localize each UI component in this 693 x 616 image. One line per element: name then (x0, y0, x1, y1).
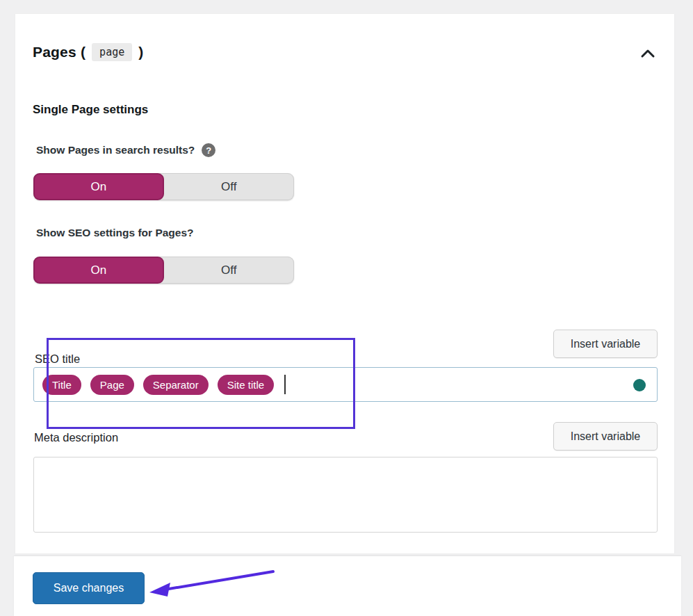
help-icon[interactable]: ? (202, 143, 215, 157)
variable-pill-site-title[interactable]: Site title (218, 375, 274, 395)
seo-settings-label-row: Show SEO settings for Pages? (36, 227, 194, 239)
panel-title: Pages ( (33, 44, 85, 60)
seo-title-input[interactable]: Title Page Separator Site title (33, 367, 658, 402)
pages-settings-panel: Pages ( page ) Single Page settings Show… (15, 14, 674, 553)
toggle-off-segment[interactable]: Off (164, 257, 295, 284)
toggle-on-segment[interactable]: On (33, 257, 164, 284)
search-results-label: Show Pages in search results? (36, 144, 195, 156)
footer-bar: Save changes (14, 556, 681, 616)
seo-settings-toggle[interactable]: On Off (33, 257, 294, 284)
section-heading: Single Page settings (33, 103, 148, 117)
toggle-off-segment[interactable]: Off (164, 173, 295, 200)
panel-header: Pages ( page ) (33, 43, 143, 61)
search-results-toggle[interactable]: On Off (33, 173, 294, 200)
collapse-panel-button[interactable] (637, 44, 659, 64)
variable-pill-title[interactable]: Title (42, 375, 81, 395)
panel-title-close-paren: ) (138, 44, 143, 60)
post-type-slug-badge: page (92, 43, 132, 61)
seo-title-label: SEO title (35, 352, 80, 366)
text-cursor (284, 375, 286, 394)
insert-variable-button-meta-description[interactable]: Insert variable (553, 422, 658, 451)
variable-pill-separator[interactable]: Separator (143, 375, 209, 395)
chevron-up-icon (640, 49, 655, 60)
search-results-label-row: Show Pages in search results? ? (36, 143, 215, 157)
length-progress-dot (633, 379, 646, 391)
save-changes-button[interactable]: Save changes (33, 572, 145, 604)
meta-description-label: Meta description (34, 431, 118, 444)
variable-pill-page[interactable]: Page (90, 375, 134, 395)
seo-settings-label: Show SEO settings for Pages? (36, 227, 194, 239)
toggle-on-segment[interactable]: On (33, 173, 164, 200)
insert-variable-button-seo-title[interactable]: Insert variable (553, 330, 658, 358)
meta-description-textarea[interactable] (33, 457, 658, 533)
